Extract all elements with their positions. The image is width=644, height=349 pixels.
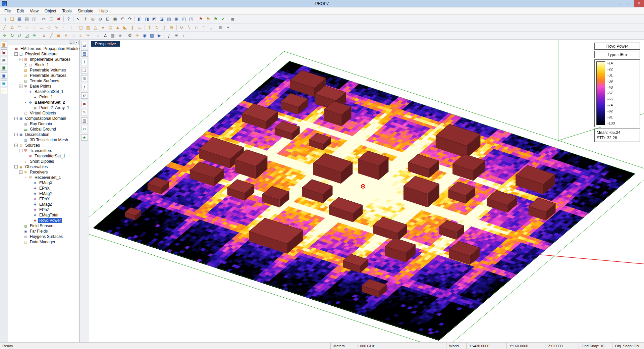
tree-item-label[interactable]: EM.Terrano: Propagation Module bbox=[19, 46, 79, 51]
options-tool-icon[interactable]: ≡ bbox=[173, 32, 180, 39]
open-file-icon[interactable]: ❏ bbox=[8, 16, 16, 22]
flag-red-icon[interactable]: ⚑ bbox=[197, 16, 205, 22]
tree-item[interactable]: ▦Point_2_Array_1 bbox=[8, 105, 79, 110]
delete-item-tool-icon[interactable]: ✖ bbox=[81, 101, 88, 107]
rotate-tool-icon[interactable]: ↻ bbox=[8, 32, 16, 39]
tree-item[interactable]: -▤Physical Structure bbox=[8, 51, 79, 57]
translate-tool-icon[interactable]: ✛ bbox=[1, 32, 8, 39]
torus-tool-icon[interactable]: ◎ bbox=[107, 24, 114, 31]
tree-item-label[interactable]: Rcvd Power bbox=[38, 218, 62, 223]
tree-item-label[interactable]: Block_1 bbox=[34, 62, 50, 67]
module-blue-icon[interactable]: ▣ bbox=[1, 72, 7, 79]
tree-expand-toggle[interactable]: - bbox=[24, 90, 27, 93]
tree-item[interactable]: ●Point_1 bbox=[8, 94, 79, 100]
maximize-button[interactable]: □ bbox=[624, 0, 634, 7]
print-preview-icon[interactable]: ◫ bbox=[31, 16, 38, 22]
sweep-tool-icon[interactable]: ∫ bbox=[161, 24, 168, 31]
sheet-tool-icon[interactable]: ▥ bbox=[81, 117, 88, 124]
tree-expand-toggle[interactable]: - bbox=[19, 170, 22, 174]
menu-help[interactable]: Help bbox=[96, 8, 111, 14]
slice-tool-icon[interactable]: ╱ bbox=[48, 32, 55, 39]
tree-expand-toggle[interactable]: - bbox=[14, 117, 18, 120]
pyramid-tool-icon[interactable]: ▲ bbox=[114, 24, 121, 31]
tree-item[interactable]: ▨Ray Domain bbox=[8, 121, 79, 127]
tree-item-label[interactable]: Data Manager bbox=[29, 240, 56, 244]
tree-item-label[interactable]: Point_1 bbox=[38, 95, 54, 99]
menu-file[interactable]: File bbox=[1, 8, 14, 14]
view-left-icon[interactable]: ◩ bbox=[151, 16, 158, 22]
favorites-star-icon[interactable]: ★ bbox=[81, 134, 88, 141]
array-tool-icon[interactable]: ⊞ bbox=[217, 24, 224, 31]
revolve-tool-icon[interactable]: ↻ bbox=[153, 24, 161, 31]
tree-item-label[interactable]: Field Sensors bbox=[29, 223, 55, 228]
minimize-button[interactable]: – bbox=[614, 0, 624, 7]
new-file-icon[interactable]: ▯ bbox=[1, 16, 8, 22]
tree-item-label[interactable]: Transmitters bbox=[29, 148, 53, 153]
merge-tool-icon[interactable]: ⊎ bbox=[40, 32, 48, 39]
tree-item-label[interactable]: Virtual Objects bbox=[29, 111, 57, 115]
menu-edit[interactable]: Edit bbox=[14, 8, 27, 14]
sphere-tool-icon[interactable]: ● bbox=[99, 24, 107, 31]
tree-item-label[interactable]: Short Dipoles bbox=[29, 159, 55, 164]
zoom-out-icon[interactable]: ⊖ bbox=[97, 16, 104, 22]
tree-item[interactable]: ▤Data Manager bbox=[8, 239, 79, 245]
tree-item-label[interactable]: BasePointSet_1 bbox=[34, 89, 64, 94]
tree-item[interactable]: -ΨReceiverSet_1 bbox=[8, 175, 79, 180]
project-tool-icon[interactable]: ⊥ bbox=[77, 32, 85, 39]
tree-item[interactable]: ❖EPhY bbox=[8, 196, 79, 202]
tree-item[interactable]: ↕Short Dipoles bbox=[8, 159, 79, 164]
move-tool-icon[interactable]: ✛ bbox=[81, 59, 88, 65]
pan-hand-icon[interactable]: ✛ bbox=[82, 16, 89, 22]
tree-item-label[interactable]: Penetrable Volumes bbox=[29, 68, 67, 72]
zoom-extents-icon[interactable]: ⊠ bbox=[111, 16, 119, 22]
panel-dock-button[interactable]: ◫ bbox=[69, 41, 73, 44]
view-isometric-icon[interactable]: ◰ bbox=[180, 16, 187, 22]
add-new-tool-icon[interactable]: + bbox=[224, 24, 232, 31]
tree-expand-toggle[interactable]: - bbox=[19, 58, 22, 61]
tree-item-label[interactable]: Discretization bbox=[24, 132, 50, 137]
tree-item-label[interactable]: Point_2_Array_1 bbox=[38, 105, 70, 110]
text-tool-icon[interactable]: T bbox=[67, 24, 75, 31]
menu-tools[interactable]: Tools bbox=[59, 8, 75, 14]
shell-tool-icon[interactable]: ◙ bbox=[55, 32, 62, 39]
view-bottom-icon[interactable]: ▣ bbox=[173, 16, 180, 22]
wedge-tool-icon[interactable]: ◣ bbox=[121, 24, 129, 31]
list-view-icon[interactable]: ≣ bbox=[229, 16, 236, 22]
tree-item-label[interactable]: Sources bbox=[24, 143, 41, 148]
close-button[interactable]: ✕ bbox=[634, 0, 644, 7]
view-list-tool-icon[interactable]: ▤ bbox=[81, 42, 88, 48]
surface-tool-icon[interactable]: ▱ bbox=[136, 24, 144, 31]
tree-item[interactable]: ▧Huygens Surfaces bbox=[8, 234, 79, 239]
tree-item[interactable]: -▥Impenetrable Surfaces bbox=[8, 57, 79, 62]
delete-icon[interactable]: ✖ bbox=[55, 16, 62, 22]
tree-item-label[interactable]: Global Ground bbox=[29, 127, 57, 132]
subtract-tool-icon[interactable]: ∖ bbox=[185, 24, 193, 31]
flag-green-icon[interactable]: ⚑ bbox=[212, 16, 219, 22]
helix-tool-icon[interactable]: ∮ bbox=[129, 24, 136, 31]
tree-item[interactable]: -ΨReceivers bbox=[8, 169, 79, 175]
measure-angle-tool-icon[interactable]: ∠ bbox=[102, 32, 109, 39]
tree-item[interactable]: ▤Terrain Surfaces bbox=[8, 78, 79, 84]
mesh-view-tool-icon[interactable]: ▦ bbox=[81, 50, 88, 57]
view-front-icon[interactable]: ◧ bbox=[136, 16, 143, 22]
cone-tool-icon[interactable]: △ bbox=[92, 24, 99, 31]
loft-tool-icon[interactable]: ≋ bbox=[168, 24, 175, 31]
cut-icon[interactable]: ✂ bbox=[40, 16, 48, 22]
tree-item[interactable]: -▦Discretization bbox=[8, 132, 79, 137]
light-tool-icon[interactable]: ☀ bbox=[133, 32, 141, 39]
tree-item-label[interactable]: EMagY bbox=[38, 191, 53, 196]
tree-item[interactable]: ❖Rcvd Power bbox=[8, 218, 79, 223]
tree-item-label[interactable]: ReceiverSet_1 bbox=[34, 175, 62, 180]
tree-item-label[interactable]: Terrain Surfaces bbox=[29, 79, 60, 83]
tree-item[interactable]: -▩Computational Domain bbox=[8, 116, 79, 121]
circle-tool-icon[interactable]: ○ bbox=[23, 24, 31, 31]
zoom-window-icon[interactable]: ⊡ bbox=[104, 16, 111, 22]
tree-item[interactable]: ▧Penetrable Volumes bbox=[8, 67, 79, 73]
point-tool-icon[interactable]: ∙ bbox=[60, 24, 67, 31]
print-icon[interactable]: ▤ bbox=[23, 16, 31, 22]
intersect-tool-icon[interactable]: ∩ bbox=[193, 24, 200, 31]
tree-expand-toggle[interactable]: - bbox=[14, 165, 18, 168]
measure-distance-tool-icon[interactable]: ↔ bbox=[94, 32, 102, 39]
select-cursor-icon[interactable]: ↖ bbox=[74, 16, 82, 22]
tree-item[interactable]: ❖EMagTotal bbox=[8, 212, 79, 218]
